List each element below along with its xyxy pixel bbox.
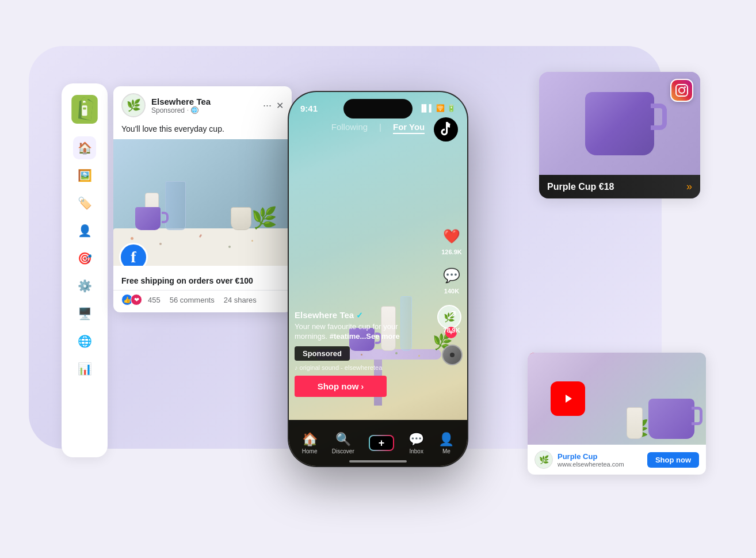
sidebar-channels-icon[interactable]: 🖥️ — [73, 302, 96, 325]
fb-shares-count: 24 shares — [224, 296, 257, 304]
ig-arrows-icon: » — [686, 181, 692, 193]
yt-domain: www.elsewheretea.com — [558, 461, 624, 468]
fb-more-icon[interactable]: ··· — [263, 100, 272, 112]
tt-bottom-nav: 🏠 Home 🔍 Discover + 💬 Inbox — [289, 420, 467, 466]
tt-comment-action[interactable]: 💬 140K — [441, 265, 463, 295]
fb-brand-avatar: 🌿 — [121, 93, 146, 117]
tt-plus-icon: + — [379, 437, 385, 449]
tt-inbox-icon: 💬 — [408, 432, 424, 447]
tt-vinyl-disc — [442, 345, 463, 365]
tt-nav-inbox[interactable]: 💬 Inbox — [408, 432, 424, 454]
sidebar-home-icon[interactable]: 🏠 — [73, 136, 96, 159]
tt-share-icon[interactable]: ↗ — [441, 304, 463, 326]
yt-cup — [648, 399, 694, 439]
ig-cup — [585, 92, 654, 155]
dynamic-island — [343, 99, 413, 119]
main-scene: 🏠 🖼️ 🏷️ 👤 🎯 ⚙️ 🖥️ 🌐 📊 🌿 Elsewhere Tea Sp… — [33, 26, 723, 532]
yt-ad-image: 🌿 — [528, 353, 706, 445]
yt-vase — [627, 407, 643, 439]
youtube-play-button[interactable] — [551, 381, 585, 416]
fb-likes-section: 👍 ❤ 455 — [121, 294, 161, 305]
status-time: 9:41 — [300, 104, 318, 113]
ig-price-badge: Purple Cup €18 » — [539, 175, 700, 198]
tt-share-count: 78.9K — [443, 327, 460, 334]
yt-bottom-bar: 🌿 Purple Cup www.elsewheretea.com Shop n… — [528, 445, 706, 475]
fb-shipping-text: Free shipping on orders over €100 — [113, 269, 292, 290]
tt-heart-action[interactable]: ❤️ 126.9K — [441, 226, 463, 255]
tt-home-indicator — [349, 460, 407, 463]
tab-following[interactable]: Following — [331, 122, 368, 134]
instagram-logo — [670, 79, 693, 102]
tt-comment-count: 140K — [444, 288, 459, 295]
tt-nav-discover[interactable]: 🔍 Discover — [332, 432, 354, 454]
yt-shop-now-button[interactable]: Shop now — [647, 452, 699, 468]
tt-username: Elsewhere Tea ✓ — [295, 310, 433, 320]
tt-sound-label: ♪ original sound - elsewheretea — [295, 364, 433, 371]
tt-heart-count: 126.9K — [441, 249, 461, 255]
tab-for-you[interactable]: For You — [393, 122, 425, 134]
fb-card-header: 🌿 Elsewhere Tea Sponsored · 🌐 ··· ✕ — [113, 86, 292, 122]
svg-rect-1 — [82, 105, 87, 116]
sidebar-orders-icon[interactable]: 🖼️ — [73, 164, 96, 187]
fb-caption-text: You'll love this everyday cup. — [113, 122, 292, 139]
fb-likes-count: 455 — [148, 296, 161, 304]
sidebar-tags-icon[interactable]: 🏷️ — [73, 192, 96, 215]
tt-action-buttons: ❤️ 126.9K 💬 140K ↗ 78.9K — [441, 226, 463, 334]
ig-ad-image: Purple Cup €18 » — [539, 72, 700, 198]
shopify-sidebar: 🏠 🖼️ 🏷️ 👤 🎯 ⚙️ 🖥️ 🌐 📊 — [62, 83, 108, 457]
sidebar-analytics-icon[interactable]: 📊 — [73, 357, 96, 380]
tt-share-action[interactable]: ↗ 78.9K — [441, 304, 463, 334]
tab-divider: | — [379, 122, 381, 134]
shopify-logo — [70, 95, 99, 132]
tt-sponsored-badge: Sponsored — [295, 346, 433, 364]
status-icons: ▐▌▌ 🛜 🔋 — [419, 104, 456, 112]
fb-engagement-bar: 👍 ❤ 455 56 comments 24 shares — [113, 290, 292, 312]
tt-shop-arrow-icon: › — [361, 381, 364, 391]
yt-brand-details: Purple Cup www.elsewheretea.com — [558, 452, 624, 468]
tt-description: Your new favourite cup for your mornings… — [295, 322, 433, 342]
fb-close-icon[interactable]: ✕ — [276, 100, 284, 111]
fb-sponsored-label: Sponsored · 🌐 — [151, 106, 211, 114]
facebook-ad-card: 🌿 Elsewhere Tea Sponsored · 🌐 ··· ✕ You'… — [113, 86, 292, 312]
yt-brand-name: Purple Cup — [558, 452, 624, 461]
tt-nav-home[interactable]: 🏠 Home — [302, 432, 318, 454]
instagram-ad-card: Purple Cup €18 » — [539, 72, 700, 198]
tt-home-icon: 🏠 — [302, 432, 318, 447]
fb-ad-image: 🌿 f — [113, 139, 292, 266]
tt-nav-create[interactable]: + — [369, 435, 394, 451]
tt-add-button[interactable]: + — [369, 435, 394, 451]
tt-heart-icon[interactable]: ❤️ — [441, 226, 463, 247]
phone-frame: 9:41 ▐▌▌ 🛜 🔋 Following | For You — [289, 92, 467, 466]
tiktok-logo — [434, 117, 458, 142]
tiktok-phone: 9:41 ▐▌▌ 🛜 🔋 Following | For You — [289, 92, 467, 466]
signal-icon: ▐▌▌ — [419, 104, 434, 112]
yt-brand-avatar: 🌿 — [534, 450, 553, 469]
sidebar-marketing-icon[interactable]: 🎯 — [73, 247, 96, 270]
fb-brand-name: Elsewhere Tea — [151, 97, 211, 106]
fb-like-heart: ❤ — [131, 294, 142, 305]
youtube-ad-card: 🌿 🌿 Purple Cup www.elsewheretea.com Shop… — [528, 353, 706, 475]
ig-price-text: Purple Cup €18 — [547, 182, 614, 192]
tt-nav-me[interactable]: 👤 Me — [438, 432, 454, 454]
fb-card-menu[interactable]: ··· ✕ — [263, 100, 284, 112]
yt-advertiser-info: 🌿 Purple Cup www.elsewheretea.com — [534, 450, 624, 469]
sidebar-global-icon[interactable]: 🌐 — [73, 330, 96, 353]
tt-comment-icon[interactable]: 💬 — [441, 265, 463, 286]
fb-like-icons: 👍 ❤ — [121, 294, 142, 305]
fb-card-user: 🌿 Elsewhere Tea Sponsored · 🌐 — [121, 93, 211, 117]
tt-me-icon: 👤 — [438, 432, 454, 447]
tt-discover-icon: 🔍 — [335, 432, 351, 447]
phone-screen: 9:41 ▐▌▌ 🛜 🔋 Following | For You — [289, 92, 467, 466]
sidebar-customers-icon[interactable]: 👤 — [73, 219, 96, 242]
tt-shop-now-button[interactable]: Shop now › — [295, 376, 387, 397]
tt-verified-badge: ✓ — [356, 311, 363, 320]
fb-comments-count: 56 comments — [170, 296, 215, 304]
svg-rect-2 — [83, 108, 86, 110]
sidebar-settings-icon[interactable]: ⚙️ — [73, 274, 96, 297]
fb-user-info: Elsewhere Tea Sponsored · 🌐 — [151, 97, 211, 114]
wifi-icon: 🛜 — [436, 104, 445, 112]
tt-bottom-info: Elsewhere Tea ✓ Your new favourite cup f… — [295, 310, 433, 397]
battery-icon: 🔋 — [447, 104, 456, 112]
